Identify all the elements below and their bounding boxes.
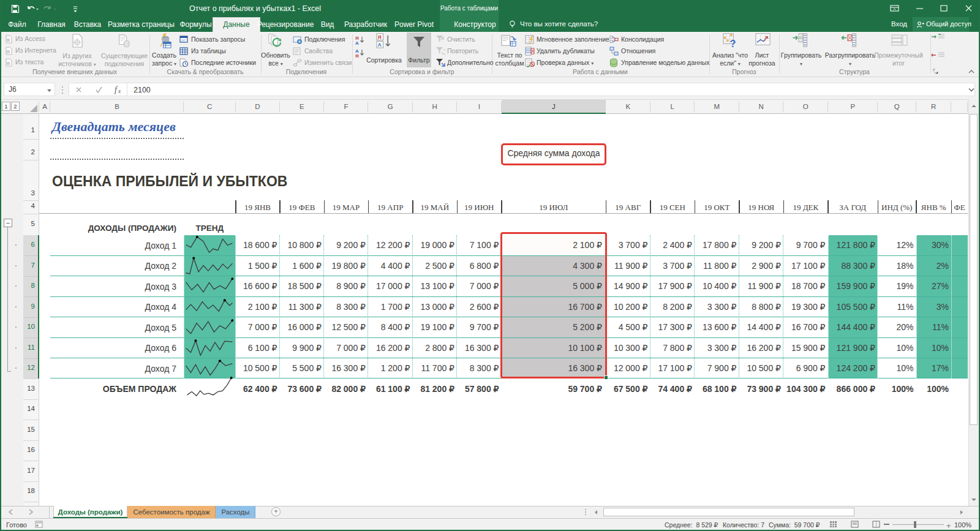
svg-text:x: x: [118, 88, 121, 94]
svg-text:А: А: [355, 40, 359, 45]
svg-text:?: ?: [730, 38, 736, 49]
svg-text:Я: Я: [377, 34, 381, 40]
svg-text:А: А: [377, 42, 382, 48]
